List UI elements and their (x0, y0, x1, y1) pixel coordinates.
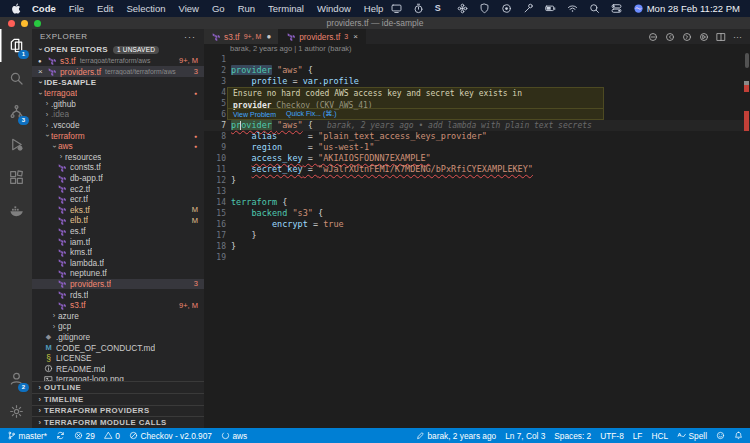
activity-run-debug[interactable] (0, 128, 32, 161)
apple-menu-icon[interactable] (10, 3, 22, 15)
code-line-12[interactable]: 12} (204, 175, 750, 186)
activity-search[interactable] (0, 62, 32, 95)
status-sync[interactable] (56, 431, 65, 440)
minimize-window-button[interactable] (21, 20, 28, 27)
menu-item-window[interactable]: Window (317, 3, 351, 14)
status-indentation[interactable]: Spaces: 2 (554, 431, 591, 441)
status-cursor-position[interactable]: Ln 7, Col 3 (505, 431, 545, 441)
quick-fix-link[interactable]: Quick Fix... (⌘.) (286, 110, 337, 118)
code-line-18[interactable]: 18} (204, 241, 750, 252)
status-spell-checker[interactable]: Spell (677, 431, 707, 441)
activity-source-control[interactable]: 3 (0, 95, 32, 128)
tree-item-azure[interactable]: ›azure (32, 310, 204, 321)
status-git-blame[interactable]: barak, 2 years ago (416, 431, 496, 441)
code-line-7[interactable]: 7provider "aws" {barak, 2 years ago • ad… (204, 120, 750, 131)
tree-item-.gitignore[interactable]: ◆.gitignore (32, 332, 204, 343)
status-checkov[interactable]: Checkov - v2.0.907 (129, 431, 212, 441)
code-line-3[interactable]: 3 profile = var.profile (204, 76, 750, 87)
tree-item-es.tf[interactable]: es.tf (32, 226, 204, 237)
view-problem-link[interactable]: View Problem (233, 111, 276, 118)
code-line-9[interactable]: 9 region = "us-west-1" (204, 142, 750, 153)
tree-root-folder[interactable]: › IDE-SAMPLE (32, 77, 204, 88)
close-icon[interactable]: × (353, 32, 358, 41)
compare-changes-icon[interactable] (699, 32, 709, 42)
scrollbar-handle[interactable] (745, 53, 749, 68)
close-window-button[interactable] (8, 20, 15, 27)
tree-item-rds.tf[interactable]: rds.tf (32, 289, 204, 300)
vscode-title-bar[interactable]: providers.tf — ide-sample (0, 17, 750, 29)
activity-explorer[interactable]: 1 (0, 29, 32, 62)
open-editor-providers.tf[interactable]: ×providers.tfterragoat/terraform/aws3 (32, 66, 204, 77)
section-outline[interactable]: ›OUTLINE (32, 381, 204, 393)
code-line-10[interactable]: 10 access_key = "AKIAIOSFODNN7EXAMPLE" (204, 153, 750, 164)
code-line-14[interactable]: 14terraform { (204, 197, 750, 208)
tree-item-license[interactable]: §LICENSE (32, 353, 204, 364)
shield-icon[interactable] (479, 3, 491, 15)
maximize-window-button[interactable] (34, 20, 41, 27)
open-editor-s3.tf[interactable]: ●s3.tfterragoat/terraform/aws9+, M (32, 55, 204, 66)
activity-extensions[interactable] (0, 161, 32, 194)
status-warnings[interactable]: 0 (104, 431, 120, 441)
status-notifications[interactable] (734, 431, 743, 440)
activity-accounts[interactable]: 2 (0, 362, 32, 395)
status-git-branch[interactable]: master* (7, 431, 47, 441)
more-actions-icon[interactable]: ··· (184, 32, 196, 42)
tree-item-aws[interactable]: ›aws● (32, 141, 204, 152)
flower-icon[interactable] (457, 3, 469, 15)
code-line-11[interactable]: 11 secret_key = "wJalrXUtnFEMI/K7MDENG/b… (204, 164, 750, 175)
menu-bar-clock[interactable]: Mon 28 Feb 11:22 PM (647, 3, 740, 14)
activity-docker[interactable] (0, 194, 32, 227)
menu-item-file[interactable]: File (69, 3, 84, 14)
code-line-17[interactable]: 17 } (204, 230, 750, 241)
control-center-icon[interactable] (611, 3, 623, 15)
menu-item-run[interactable]: Run (238, 3, 255, 14)
menu-item-view[interactable]: View (179, 3, 199, 14)
tree-item-ec2.tf[interactable]: ec2.tf (32, 183, 204, 194)
tree-item-neptune.tf[interactable]: neptune.tf (32, 268, 204, 279)
menu-item-edit[interactable]: Edit (97, 3, 113, 14)
code-line-8[interactable]: 8 alias = "plain_text_access_keys_provid… (204, 131, 750, 142)
menu-item-code[interactable]: Code (32, 3, 56, 14)
more-actions-icon[interactable]: ··· (733, 32, 742, 42)
tree-item-.vscode[interactable]: ›.vscode (32, 120, 204, 131)
spotlight-icon[interactable] (589, 3, 601, 15)
split-editor-icon[interactable] (716, 32, 726, 42)
code-line-1[interactable]: 1 (204, 54, 750, 65)
activity-manage[interactable] (0, 395, 32, 428)
status-feedback[interactable] (716, 431, 725, 440)
tree-item-ecr.tf[interactable]: ecr.tf (32, 194, 204, 205)
tree-item-.idea[interactable]: ›.idea (32, 109, 204, 120)
status-language-mode[interactable]: HCL (651, 431, 668, 441)
tree-item-terraform[interactable]: ›terraform● (32, 130, 204, 141)
tree-item-s3.tf[interactable]: s3.tf9+, M (32, 300, 204, 311)
codelens-annotation[interactable]: barak, 2 years ago | 1 author (barak) (204, 44, 750, 54)
code-line-19[interactable]: 19 (204, 252, 750, 263)
tree-item-readme.md[interactable]: README.md (32, 363, 204, 374)
screen-mirroring-icon[interactable] (391, 3, 403, 15)
section-timeline[interactable]: ›TIMELINE (32, 393, 204, 405)
tree-item-gcp[interactable]: ›gcp (32, 321, 204, 332)
status-errors[interactable]: 29 (74, 431, 95, 441)
tree-item-lambda.tf[interactable]: lambda.tf (32, 258, 204, 269)
battery-icon[interactable] (545, 3, 557, 15)
code-line-13[interactable]: 13 (204, 186, 750, 197)
section-terraform-module-calls[interactable]: ›TERRAFORM MODULE CALLS (32, 416, 204, 428)
menu-item-selection[interactable]: Selection (126, 3, 165, 14)
tree-item-db-app.tf[interactable]: db-app.tf (32, 173, 204, 184)
code-line-15[interactable]: 15 backend "s3" { (204, 208, 750, 219)
code-line-2[interactable]: 2provider "aws" { (204, 65, 750, 76)
tree-item-elb.tf[interactable]: elb.tfM (32, 215, 204, 226)
tools-icon[interactable] (523, 3, 535, 15)
menu-item-go[interactable]: Go (212, 3, 225, 14)
close-icon[interactable]: × (38, 67, 47, 76)
tree-item-terragoat[interactable]: ›terragoat● (32, 88, 204, 99)
tab-s3.tf[interactable]: s3.tf9+, M● (204, 29, 279, 44)
siri-icon[interactable] (633, 3, 645, 15)
status-aws-profile[interactable]: aws (221, 431, 247, 441)
s-app-icon[interactable]: S (435, 3, 447, 15)
stopwatch-icon[interactable] (413, 3, 425, 15)
open-changes-icon[interactable] (648, 32, 658, 42)
record-icon[interactable] (501, 3, 513, 15)
status-eol[interactable]: LF (633, 431, 643, 441)
tree-item-iam.tf[interactable]: iam.tf (32, 236, 204, 247)
